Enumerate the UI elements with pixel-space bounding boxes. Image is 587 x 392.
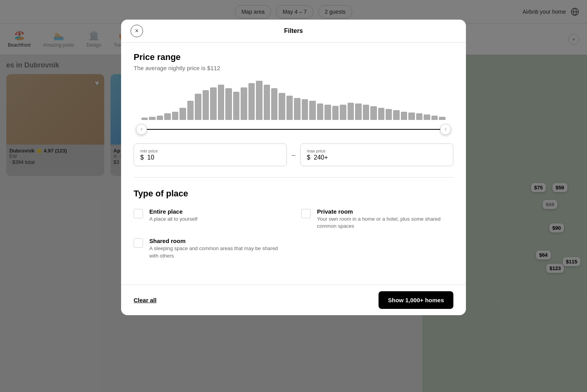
shared-room-desc: A sleeping space and common areas that m… — [149, 245, 286, 259]
histogram-bar — [241, 87, 247, 120]
section-divider — [134, 177, 453, 178]
histogram-bar — [203, 90, 209, 120]
private-room-text: Private room Your own room in a home or … — [317, 208, 453, 230]
entire-place-desc: A place all to yourself — [149, 216, 197, 223]
price-range-dash: – — [292, 151, 295, 159]
place-type-shared: Shared room A sleeping space and common … — [134, 238, 286, 259]
slider-track — [141, 129, 446, 130]
histogram-bar — [141, 118, 148, 120]
place-types-grid: Entire place A place all to yourself Pri… — [134, 208, 453, 260]
shared-room-checkbox[interactable] — [134, 238, 143, 248]
histogram-bar — [324, 105, 331, 120]
histogram-bar — [332, 106, 339, 120]
histogram-bar — [256, 81, 262, 120]
max-price-value: $ 240+ — [307, 154, 447, 161]
histogram-bar — [195, 94, 201, 120]
histogram-bar — [416, 113, 422, 120]
histogram-bar — [149, 117, 155, 120]
min-price-symbol: $ — [140, 154, 144, 161]
max-price-amount: 240+ — [314, 154, 328, 161]
histogram-bar — [294, 98, 300, 120]
private-room-checkbox[interactable] — [301, 209, 311, 218]
histogram-bar — [157, 116, 163, 120]
histogram — [134, 81, 453, 120]
histogram-bar — [439, 117, 445, 120]
close-button[interactable]: × — [130, 25, 143, 37]
histogram-bar — [279, 93, 285, 120]
histogram-bar — [370, 106, 377, 120]
histogram-bar — [264, 85, 270, 120]
price-range-title: Price range — [134, 52, 453, 62]
price-inputs: min price $ 10 – max price $ 240+ — [134, 143, 453, 166]
histogram-bar — [248, 83, 255, 120]
histogram-bar — [393, 110, 399, 120]
min-price-input[interactable]: min price $ 10 — [134, 143, 287, 166]
entire-place-text: Entire place A place all to yourself — [149, 208, 197, 223]
histogram-bar — [340, 105, 346, 120]
histogram-bar — [309, 101, 315, 120]
histogram-bar — [431, 116, 438, 120]
histogram-bar — [218, 85, 224, 120]
histogram-bar — [317, 103, 323, 120]
histogram-bar — [233, 92, 239, 120]
max-price-symbol: $ — [307, 154, 310, 161]
histogram-bars — [134, 81, 453, 120]
histogram-bar — [386, 109, 392, 120]
modal-title: Filters — [284, 27, 303, 34]
private-room-name: Private room — [317, 208, 453, 215]
shared-room-name: Shared room — [149, 238, 286, 244]
min-price-thumb[interactable]: ⦀ — [136, 124, 147, 135]
histogram-bar — [179, 108, 186, 120]
histogram-bar — [210, 87, 216, 120]
histogram-bar — [363, 105, 369, 120]
price-slider[interactable]: ⦀ ⦀ — [134, 122, 453, 137]
histogram-bar — [172, 112, 178, 120]
max-price-thumb[interactable]: ⦀ — [440, 124, 451, 135]
histogram-bar — [302, 99, 308, 120]
histogram-bar — [348, 103, 354, 120]
min-price-label: min price — [140, 149, 280, 153]
modal-footer: Clear all Show 1,000+ homes — [121, 285, 466, 315]
slider-fill — [141, 129, 446, 130]
histogram-bar — [408, 113, 415, 120]
entire-place-checkbox[interactable] — [134, 209, 143, 218]
histogram-bar — [164, 113, 170, 120]
max-price-label: max price — [307, 149, 447, 153]
entire-place-name: Entire place — [149, 208, 197, 215]
min-price-amount: 10 — [147, 154, 154, 161]
type-of-place-title: Type of place — [134, 189, 453, 199]
type-of-place-section: Type of place Entire place A place all t… — [134, 189, 453, 260]
histogram-bar — [286, 96, 293, 120]
price-range-section: Price range The average nightly price is… — [134, 52, 453, 166]
shared-room-text: Shared room A sleeping space and common … — [149, 238, 286, 259]
histogram-bar — [378, 108, 384, 120]
modal-header: × Filters — [121, 20, 466, 43]
private-room-desc: Your own room in a home or a hotel, plus… — [317, 216, 453, 230]
price-range-subtitle: The average nightly price is $112 — [134, 65, 453, 71]
modal-body[interactable]: Price range The average nightly price is… — [121, 43, 466, 285]
histogram-bar — [401, 112, 407, 120]
histogram-bar — [271, 88, 277, 120]
show-homes-button[interactable]: Show 1,000+ homes — [379, 291, 453, 309]
histogram-bar — [424, 114, 430, 120]
histogram-bar — [355, 103, 361, 120]
clear-all-button[interactable]: Clear all — [134, 297, 156, 303]
histogram-bar — [225, 88, 232, 120]
histogram-bar — [187, 101, 194, 120]
filters-modal: × Filters Price range The average nightl… — [121, 20, 466, 315]
place-type-entire: Entire place A place all to yourself — [134, 208, 286, 230]
min-price-value: $ 10 — [140, 154, 280, 161]
max-price-input[interactable]: max price $ 240+ — [300, 143, 453, 166]
place-type-private: Private room Your own room in a home or … — [301, 208, 453, 230]
